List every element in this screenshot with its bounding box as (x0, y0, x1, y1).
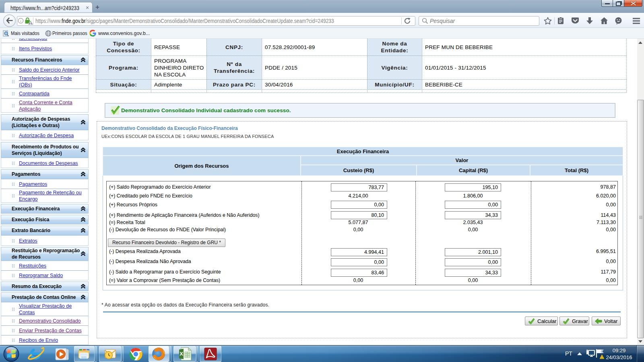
svg-text:!: ! (601, 356, 603, 359)
svg-text:i: i (20, 19, 21, 23)
svg-text:X: X (180, 351, 183, 357)
